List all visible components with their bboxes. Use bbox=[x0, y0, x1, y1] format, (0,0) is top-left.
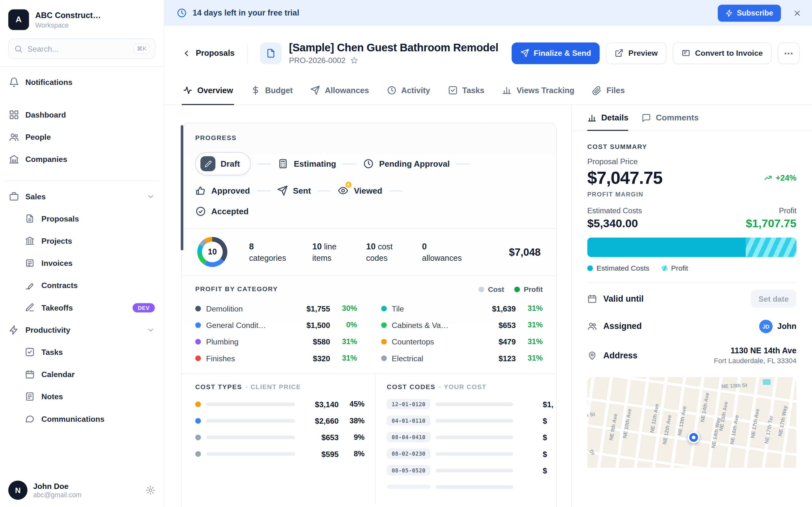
user-menu[interactable]: N John Doe abc@gmail.com bbox=[0, 473, 164, 507]
search-box[interactable]: ⌘K bbox=[8, 38, 155, 59]
sidebar-item-calendar[interactable]: Calendar bbox=[4, 363, 159, 385]
tab-budget[interactable]: Budget bbox=[250, 77, 294, 105]
convert-to-invoice-button[interactable]: Convert to Invoice bbox=[673, 42, 772, 64]
sidebar-item-takeoffs[interactable]: Takeoffs DEV bbox=[4, 297, 159, 319]
tab-label: Files bbox=[606, 86, 625, 95]
tab-tasks[interactable]: Tasks bbox=[447, 77, 485, 105]
page-title: [Sample] Chen Guest Bathroom Remodel bbox=[289, 42, 498, 54]
back-to-proposals[interactable]: Proposals bbox=[182, 49, 235, 58]
proposal-price-label: Proposal Price bbox=[587, 157, 797, 166]
spacer bbox=[4, 170, 159, 181]
star-icon[interactable] bbox=[350, 56, 358, 64]
step-approved[interactable]: Approved bbox=[195, 185, 250, 196]
tab-details[interactable]: Details bbox=[587, 113, 628, 131]
tab-comments[interactable]: Comments bbox=[642, 113, 699, 131]
category-color-dot bbox=[381, 322, 387, 328]
sidebar-item-notifications[interactable]: Notifications bbox=[4, 71, 159, 93]
sidebar-item-projects[interactable]: Projects bbox=[4, 230, 159, 252]
cost-types-subtitle: · CLIENT PRICE bbox=[246, 383, 301, 391]
step-connector bbox=[456, 163, 470, 164]
user-name: John Doe bbox=[33, 482, 81, 491]
sidebar-item-sales[interactable]: Sales bbox=[4, 185, 159, 207]
tab-activity[interactable]: Activity bbox=[386, 77, 432, 105]
stat-line-items: 10 line items bbox=[312, 240, 344, 264]
user-email: abc@gmail.com bbox=[33, 491, 81, 498]
assigned-user[interactable]: JD John bbox=[759, 320, 797, 333]
sidebar-item-tasks[interactable]: Tasks bbox=[4, 341, 159, 363]
scroll-indicator[interactable] bbox=[181, 125, 183, 250]
user-avatar: N bbox=[8, 481, 27, 500]
set-date-button[interactable]: Set date bbox=[751, 290, 797, 308]
sidebar-item-label: Notes bbox=[42, 392, 63, 401]
step-draft[interactable]: Draft bbox=[195, 152, 251, 175]
calendar-icon bbox=[25, 369, 35, 380]
tab-views-tracking[interactable]: Views Tracking bbox=[501, 77, 575, 105]
clock-icon bbox=[363, 158, 374, 169]
proposal-doc-icon bbox=[260, 42, 282, 64]
finalize-send-button[interactable]: Finalize & Send bbox=[511, 42, 600, 64]
chevron-down-icon bbox=[147, 192, 155, 201]
sidebar-item-label: Proposals bbox=[42, 214, 79, 223]
step-viewed[interactable]: Viewed bbox=[338, 185, 382, 196]
step-accepted[interactable]: Accepted bbox=[195, 206, 249, 217]
sidebar-item-proposals[interactable]: Proposals bbox=[4, 208, 159, 230]
costs-section: COST TYPES· CLIENT PRICE $3,14045% $2,66… bbox=[182, 374, 556, 504]
bell-icon bbox=[9, 77, 19, 87]
cost-type-row: $2,66038% bbox=[195, 412, 365, 429]
tab-overview[interactable]: Overview bbox=[182, 77, 234, 105]
sidebar-item-invoices[interactable]: Invoices bbox=[4, 252, 159, 274]
category-color-dot bbox=[195, 355, 201, 361]
cost-type-dot bbox=[195, 451, 201, 457]
sidebar-item-productivity[interactable]: Productivity bbox=[4, 319, 159, 341]
map-street-label: h St bbox=[587, 411, 595, 418]
cost-type-row: $3,14045% bbox=[195, 396, 365, 412]
sidebar-item-dashboard[interactable]: Dashboard bbox=[4, 104, 159, 126]
assignee-name: John bbox=[777, 322, 797, 331]
tab-allowances[interactable]: Allowances bbox=[309, 77, 370, 105]
cost-code-bar bbox=[436, 435, 513, 439]
close-icon[interactable] bbox=[793, 9, 802, 17]
users-icon bbox=[9, 132, 19, 142]
legend-estimated-costs: Estimated Costs bbox=[587, 264, 649, 272]
sidebar-item-label: Projects bbox=[42, 236, 72, 245]
divider bbox=[587, 282, 797, 283]
tab-files[interactable]: Files bbox=[591, 77, 626, 105]
cost-types-panel: COST TYPES· CLIENT PRICE $3,14045% $2,66… bbox=[182, 374, 375, 504]
workspace-name: ABC Construct… bbox=[35, 10, 101, 20]
category-row: Demolition$1,75530% bbox=[195, 300, 357, 317]
workspace-switcher[interactable]: A ABC Construct… Workspace bbox=[0, 0, 164, 38]
step-sent[interactable]: Sent bbox=[277, 185, 311, 196]
gear-icon[interactable] bbox=[146, 485, 155, 495]
address-line1: 1130 NE 14th Ave bbox=[714, 346, 797, 355]
sidebar-item-contracts[interactable]: Contracts bbox=[4, 274, 159, 296]
step-label: Pending Approval bbox=[379, 159, 450, 168]
tab-label: Views Tracking bbox=[516, 86, 574, 95]
calculator-icon bbox=[278, 158, 289, 169]
divider bbox=[0, 66, 164, 67]
address-map[interactable]: NE 13th St h St NE 9th Ave NE 10th Ave N… bbox=[587, 377, 797, 468]
map-location-pin[interactable] bbox=[688, 432, 700, 444]
more-actions-button[interactable]: ⋯ bbox=[778, 42, 800, 64]
trial-banner: 14 days left in your free trial Subscrib… bbox=[164, 0, 812, 26]
cost-code-row: 04-01-0110$ bbox=[387, 412, 556, 429]
sidebar-item-people[interactable]: People bbox=[4, 126, 159, 148]
stat-cost-codes: 10 cost codes bbox=[366, 240, 400, 264]
step-label: Sent bbox=[293, 186, 311, 195]
sidebar-item-notes[interactable]: Notes bbox=[4, 385, 159, 407]
map-park bbox=[763, 379, 770, 385]
cost-codes-panel: COST CODES· YOUR COST 12-01-0120$1, 04-0… bbox=[375, 374, 556, 504]
step-connector bbox=[389, 190, 402, 191]
step-estimating[interactable]: Estimating bbox=[278, 158, 336, 169]
step-pending-approval[interactable]: Pending Approval bbox=[363, 158, 450, 169]
preview-button[interactable]: Preview bbox=[606, 42, 667, 64]
search-input[interactable] bbox=[28, 44, 129, 53]
sidebar-item-communications[interactable]: Communications bbox=[4, 408, 159, 430]
check-square-icon bbox=[25, 347, 35, 357]
sidebar-item-companies[interactable]: Companies bbox=[4, 148, 159, 170]
subscribe-button[interactable]: Subscribe bbox=[718, 4, 781, 21]
preview-label: Preview bbox=[628, 49, 658, 57]
cost-type-row: $5958% bbox=[195, 446, 365, 462]
category-row: Plumbing$58031% bbox=[195, 333, 357, 349]
sidebar-item-label: Contracts bbox=[42, 281, 78, 290]
profit-title: PROFIT BY CATEGORY bbox=[195, 285, 278, 293]
